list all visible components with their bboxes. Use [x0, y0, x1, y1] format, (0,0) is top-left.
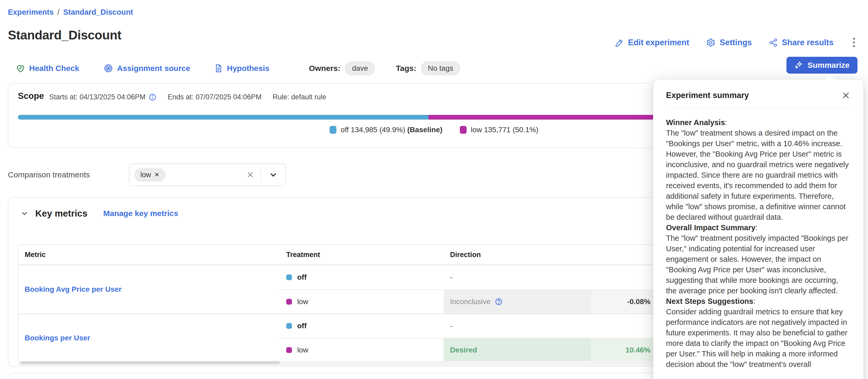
summary-section-text: Consider adding guardrail metrics to ens… — [666, 308, 847, 369]
share-icon — [769, 38, 778, 47]
breadcrumb-experiments[interactable]: Experiments — [8, 8, 54, 16]
key-metrics-title: Key metrics — [35, 208, 87, 219]
share-results-label: Share results — [782, 38, 834, 47]
treatment-cell-low: low — [280, 289, 444, 314]
legend-swatch-off — [330, 126, 336, 134]
select-clear-icon[interactable]: ✕ — [246, 170, 254, 180]
health-check-label: Health Check — [29, 64, 79, 73]
key-metrics-header: Key metrics Manage key metrics — [21, 208, 178, 219]
summary-section-heading: Overall Impact Summary — [666, 223, 755, 232]
treatment-color-swatch — [286, 323, 292, 329]
allocation-segment-off — [18, 115, 429, 119]
metric-link[interactable]: Booking Avg Price per User — [25, 285, 122, 294]
treatment-name: off — [297, 273, 307, 281]
treatment-color-swatch — [286, 347, 292, 353]
scope-title: Scope — [18, 91, 44, 101]
legend-item-low: low 135,771 (50.1%) — [460, 126, 538, 134]
manage-key-metrics-link[interactable]: Manage key metrics — [103, 209, 178, 218]
info-icon[interactable] — [149, 93, 156, 101]
treatment-cell-off: off — [280, 314, 444, 338]
breadcrumb-current[interactable]: Standard_Discount — [63, 8, 133, 16]
tags-label: Tags: — [396, 64, 416, 73]
comparison-treatments-row: Comparison treatments low ✕ ✕ — [8, 164, 286, 186]
settings-label: Settings — [720, 38, 752, 47]
scope-starts-text: Starts at: 04/13/2025 04:06PM — [49, 93, 146, 101]
scope-ends: Ends at: 07/07/2025 04:06PM — [167, 93, 261, 101]
summary-section-heading: Winner Analysis — [666, 118, 725, 127]
legend-label: low 135,771 (50.1%) — [471, 126, 538, 134]
metric-cell: Booking Avg Price per User — [19, 265, 280, 314]
summary-section: Winner Analysis:The "low" treatment show… — [666, 117, 850, 222]
panel-title: Experiment summary — [666, 91, 749, 100]
select-divider — [260, 168, 261, 181]
treatment-chip-low[interactable]: low ✕ — [135, 169, 165, 181]
legend-swatch-low — [460, 126, 467, 134]
value-cell — [591, 265, 657, 289]
edit-experiment-label: Edit experiment — [628, 38, 689, 47]
column-header-value — [591, 245, 657, 265]
column-header-direction: Direction — [444, 245, 591, 265]
metric-cell: Bookings per User — [19, 314, 280, 362]
value-cell — [591, 314, 657, 338]
value-cell: -0.08% — [591, 289, 657, 314]
direction-label: - — [450, 273, 453, 281]
help-icon[interactable] — [495, 298, 503, 306]
value-cell: 10.46% — [591, 338, 657, 362]
chip-remove-icon[interactable]: ✕ — [154, 171, 159, 178]
breadcrumb-separator: / — [57, 8, 59, 16]
treatment-color-swatch — [286, 274, 292, 280]
summary-section-text: The "low" treatment shows a desired impa… — [666, 129, 849, 221]
assignment-source-link[interactable]: Assignment source — [104, 64, 190, 73]
direction-cell: - — [444, 314, 591, 338]
experiment-summary-panel: Experiment summary Winner Analysis:The "… — [653, 79, 864, 379]
collapse-chevron-icon[interactable] — [21, 209, 28, 217]
summary-section-text: The "low" treatment positively impacted … — [666, 234, 848, 295]
owners-label: Owners: — [309, 64, 340, 73]
direction-label: Desired — [450, 346, 477, 354]
edit-experiment-button[interactable]: Edit experiment — [615, 38, 689, 47]
assignment-source-label: Assignment source — [117, 64, 190, 73]
summary-section-heading: Next Steps Suggestions — [666, 297, 753, 305]
share-results-button[interactable]: Share results — [769, 38, 834, 47]
tags-chip[interactable]: No tags — [421, 62, 460, 75]
experiment-page: Experiments / Standard_Discount Standard… — [0, 0, 868, 379]
direction-cell: Desired — [444, 338, 591, 362]
hypothesis-label: Hypothesis — [227, 64, 270, 73]
chevron-down-icon[interactable] — [269, 170, 278, 179]
direction-cell: - — [444, 265, 591, 289]
panel-body: Winner Analysis:The "low" treatment show… — [653, 108, 863, 370]
header-actions: Edit experiment Settings Share results — [615, 36, 858, 48]
more-options-button[interactable] — [850, 36, 858, 48]
treatment-color-swatch — [286, 299, 292, 305]
page-title: Standard_Discount — [8, 28, 122, 42]
settings-button[interactable]: Settings — [706, 38, 752, 47]
column-header-treatment: Treatment — [280, 245, 444, 265]
sparkles-icon — [794, 61, 803, 70]
tags-block: Tags: No tags — [396, 62, 460, 75]
health-check-link[interactable]: Health Check — [16, 64, 79, 73]
owner-chip[interactable]: dave — [345, 62, 375, 75]
meta-row: Health Check Assignment source Hypothesi… — [16, 62, 460, 75]
summary-section: Overall Impact Summary:The "low" treatme… — [666, 222, 850, 296]
close-icon[interactable] — [841, 90, 851, 101]
pencil-icon — [615, 38, 624, 47]
scope-starts: Starts at: 04/13/2025 04:06PM — [49, 93, 156, 101]
panel-header: Experiment summary — [653, 80, 863, 108]
treatment-cell-off: off — [280, 265, 444, 289]
summarize-button[interactable]: Summarize — [786, 57, 858, 74]
treatment-name: off — [297, 322, 307, 330]
treatment-chip-label: low — [141, 171, 151, 179]
direction-label: Inconclusive — [450, 298, 491, 306]
comparison-treatments-label: Comparison treatments — [8, 170, 90, 179]
treatment-cell-low: low — [280, 338, 444, 362]
hypothesis-link[interactable]: Hypothesis — [214, 64, 270, 73]
legend-item-off: off 134,985 (49.9%) (Baseline) — [330, 126, 442, 134]
comparison-treatments-select[interactable]: low ✕ ✕ — [129, 164, 286, 186]
summarize-label: Summarize — [807, 61, 849, 70]
health-check-icon — [16, 64, 25, 73]
scope-meta: Starts at: 04/13/2025 04:06PM Ends at: 0… — [49, 93, 327, 101]
metric-link[interactable]: Bookings per User — [25, 334, 90, 342]
scope-rule: Rule: default rule — [273, 93, 327, 101]
treatment-name: low — [297, 346, 308, 354]
scrollbar-thumb[interactable] — [20, 361, 280, 364]
